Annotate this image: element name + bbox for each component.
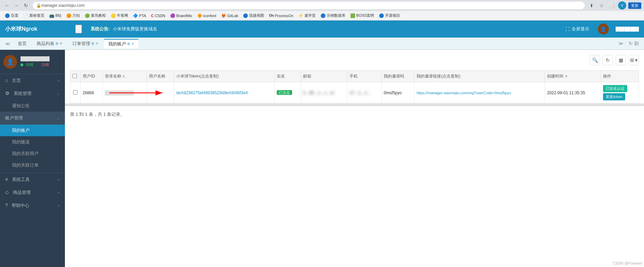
select-all-checkbox[interactable] <box>72 74 77 78</box>
td-checkbox <box>70 82 81 103</box>
notice-label: 通知公告 <box>12 103 30 108</box>
settings-icon: ⚙ <box>5 90 10 96</box>
td-invitelink[interactable]: https://manager.xiaomiqiu.com/reg?userCo… <box>414 82 545 103</box>
sidebar-item-myrelated-orders[interactable]: 我的关联订单 <box>0 159 65 171</box>
profile-icon[interactable]: V <box>618 1 626 10</box>
bookmark-iconfont[interactable]: 🔶 iconfont <box>195 13 219 19</box>
address-text: manager.xiaomiqiu.com <box>41 3 85 8</box>
app-wrapper: 小米球Ngrok ☰ 系统公告: 小米球免费版更换域名 ⛶ 全屏显示 👤 ███… <box>0 20 644 267</box>
mytunnel-label: 我的隧道 <box>12 139 30 144</box>
sidebar-item-products[interactable]: ◇ 商品管理 < <box>0 186 65 199</box>
sidebar-item-tools[interactable]: ≡ 系统工具 < <box>0 173 65 186</box>
update-button[interactable]: 更新 <box>628 2 641 9</box>
tab-orders-close[interactable]: ✕ <box>95 41 98 46</box>
watermark: CSDN @Forever/ <box>613 261 642 265</box>
refresh-table-button[interactable]: ↻ <box>603 55 613 65</box>
td-actions: 已实名认证 更新token <box>601 82 639 103</box>
app-logo: 小米球Ngrok <box>5 26 70 33</box>
forward-button[interactable]: → <box>12 1 20 10</box>
browser-chrome: ← → ↻ 🔒 manager.xiaomiqiu.com ⬆ ☆ ⬜ V 更新 <box>0 0 644 11</box>
token-value[interactable]: beA9Z98275ef499385Z8d9eA9Af6f3eA <box>176 90 248 95</box>
bookmark-leetcode[interactable]: 🟠 力扣 <box>64 12 82 19</box>
tab-products-label: 商品列表 <box>37 41 54 47</box>
bookmark-opensource[interactable]: 🔵 开源项目 <box>377 12 402 19</box>
grid-view-button[interactable]: ⊞ ▾ <box>629 55 639 65</box>
bookmark-gitlab[interactable]: 🦊 GitLab <box>219 13 240 19</box>
sidebar-item-sysadmin[interactable]: ⚙ 系统管理 ⌄ <box>0 87 65 100</box>
bookmark-label: 菜鸟教程 <box>91 13 106 18</box>
tab-myaccount[interactable]: 我的账户 ⚙ ✕ <box>104 39 138 48</box>
tools-icon: ≡ <box>5 177 8 182</box>
bookmark-pta[interactable]: 🔷 PTA <box>131 13 148 19</box>
tab-products[interactable]: 商品列表 ⚙ ✕ <box>32 39 67 48</box>
pagination-text: 第 1 到 1 条，共 1 条记录。 <box>70 112 125 117</box>
user-avatar: 👤 <box>598 24 609 34</box>
main-area: 👤 ██████████ 在线 · 注销 ⌂ 主页 < ⚙ 系统管理 <box>0 50 644 267</box>
bookmark-runoob[interactable]: 🟢 菜鸟教程 <box>83 12 108 19</box>
sidebar-item-myaccount[interactable]: 我的账户 <box>0 125 65 136</box>
bookmark-boardmix[interactable]: 🟣 BoardMix <box>168 13 194 19</box>
bookmark-nowcoder[interactable]: 🟡 牛客网 <box>109 12 130 19</box>
xjht-icon: 🔵 <box>243 13 248 18</box>
myrelated-orders-label: 我的关联订单 <box>12 163 39 168</box>
sidebar-item-help[interactable]: ? 帮助中心 < <box>0 199 65 212</box>
tools-chevron-icon: < <box>58 178 60 182</box>
th-realname: 实名 <box>275 71 301 82</box>
star-button[interactable]: ☆ <box>598 1 606 10</box>
invite-link-value[interactable]: https://manager.xiaomiqiu.com/reg?userCo… <box>416 91 511 95</box>
bookmark-newtab[interactable]: 📄 新标签页 <box>21 12 46 19</box>
bookmark-baidu[interactable]: 🔵 百度 <box>3 12 20 19</box>
tab-myaccount-close[interactable]: ✕ <box>131 42 134 46</box>
status-divider: · <box>37 63 38 67</box>
account-chevron-icon: ⌄ <box>57 116 60 121</box>
bookmark-csdn[interactable]: C CSDN <box>149 13 167 18</box>
sidebar-item-mytunnel[interactable]: 我的隧道 <box>0 136 65 148</box>
search-button[interactable]: 🔍 <box>590 55 600 65</box>
nav-right-arrow[interactable]: ≫ <box>617 40 625 47</box>
nav-left-arrow[interactable]: ≪ <box>3 40 12 47</box>
sort-created-icon[interactable]: ▼ <box>565 74 568 78</box>
sort-loginname-icon[interactable]: ⇅ <box>122 74 125 78</box>
bookmark-label: BOSS直聘 <box>356 13 374 18</box>
tab-products-close[interactable]: ✕ <box>59 41 63 46</box>
nav-refresh-btn[interactable]: ↻ 刷 <box>627 40 641 47</box>
products-icon: ◇ <box>5 189 9 195</box>
sidebar-item-account-mgmt[interactable]: 账户管理 ⌄ <box>0 112 65 125</box>
leetcode-icon: 🟠 <box>66 13 71 18</box>
refresh-button[interactable]: ↻ <box>22 1 30 10</box>
td-token[interactable]: beA9Z98275ef499385Z8d9eA9Af6f3eA <box>174 82 275 103</box>
row-checkbox[interactable] <box>73 90 78 95</box>
fullscreen-button[interactable]: ⛶ 全屏显示 <box>565 26 589 32</box>
logout-button[interactable]: 注销 <box>41 62 49 67</box>
bookmark-processon[interactable]: On ProcessOn <box>267 13 295 18</box>
sidebar-item-home[interactable]: ⌂ 主页 < <box>0 74 65 87</box>
bookmark-sampledb[interactable]: 🔵 示例数据库 <box>318 12 347 19</box>
sidebar-user-info: ██████████ 在线 · 注销 <box>20 56 50 67</box>
help-icon: ? <box>5 202 8 208</box>
back-button[interactable]: ← <box>3 1 11 10</box>
window-button[interactable]: ⬜ <box>608 1 616 10</box>
bookmark-xjht[interactable]: 🔵 迅捷画图 <box>241 12 266 19</box>
realname-action-button[interactable]: 已实名认证 <box>603 85 627 92</box>
update-token-button[interactable]: 更新token <box>603 93 625 100</box>
list-view-button[interactable]: ▦ <box>616 55 626 65</box>
bookmark-label: PTA <box>139 14 146 18</box>
address-bar[interactable]: 🔒 manager.xiaomiqiu.com <box>33 2 585 9</box>
boss-icon: 🟩 <box>350 13 355 18</box>
hamburger-button[interactable]: ☰ <box>75 25 82 33</box>
email-value: 2…65…1…c…m <box>303 90 334 95</box>
runoob-icon: 🟢 <box>85 13 90 18</box>
sidebar-item-myrelated-users[interactable]: 我的关联用户 <box>0 148 65 159</box>
baidu-icon: 🔵 <box>5 13 10 18</box>
csdn-icon: C <box>151 14 154 18</box>
fullscreen-icon: ⛶ <box>565 27 570 32</box>
bookmark-boss[interactable]: 🟩 BOSS直聘 <box>348 12 376 19</box>
bookmark-sxt[interactable]: ⚡ 速学堂 <box>296 12 318 19</box>
tab-home[interactable]: 首页 <box>14 39 31 48</box>
bookmark-label: ProcessOn <box>275 14 293 18</box>
sampledb-icon: 🔵 <box>320 13 326 18</box>
sidebar-item-notice[interactable]: 通知公告 <box>0 100 65 112</box>
share-button[interactable]: ⬆ <box>587 1 595 10</box>
bookmark-bilibili[interactable]: 📺 B站 <box>47 12 64 19</box>
tab-orders[interactable]: 订单管理 ⚙ ✕ <box>68 39 102 48</box>
